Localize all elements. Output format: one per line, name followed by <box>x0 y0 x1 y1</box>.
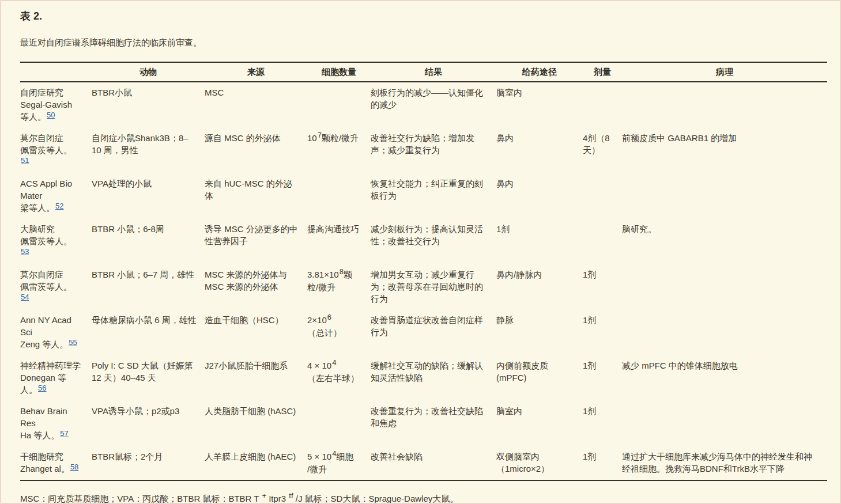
cell-study: 干细胞研究Zhanget al。58 <box>20 446 92 480</box>
cell-text: BTBR 小鼠；6-8周 <box>92 224 164 234</box>
cell-text: 颗粒/微升 <box>322 133 359 143</box>
superscript-text: 8 <box>339 267 344 276</box>
cell-text: 1剂 <box>583 315 596 325</box>
cell-text: 改善胃肠道症状改善自闭症样行为 <box>371 315 483 337</box>
cell-route: 静脉 <box>496 310 583 355</box>
cell-route: 内侧前额皮质 (mPFC) <box>496 355 583 401</box>
column-header-results: 结果 <box>371 62 496 82</box>
cell-pathology <box>622 264 827 310</box>
cell-text: 造血干细胞（HSC） <box>205 315 284 325</box>
cell-text: 静脉 <box>496 315 514 325</box>
cell-dose: 4剂（8天） <box>583 128 622 173</box>
cell-source: 源自 MSC 的外泌体 <box>205 128 307 173</box>
cell-count: 5 × 104细胞/微升 <box>307 446 371 480</box>
column-header-source: 来源 <box>205 62 307 82</box>
cell-text: 鼻内 <box>496 179 514 188</box>
cell-pathology: 前额皮质中 GABARB1 的增加 <box>622 128 827 173</box>
reference-link[interactable]: 53 <box>20 247 29 256</box>
cell-source: 来自 hUC-MSC 的外泌体 <box>205 173 307 219</box>
cell-text: BTBR鼠标；2个月 <box>92 452 163 461</box>
reference-link[interactable]: 52 <box>55 202 63 210</box>
cell-text: 刻板行为的减少——认知僵化的减少 <box>371 88 483 109</box>
cell-text: 来自 hUC-MSC 的外泌体 <box>205 179 292 200</box>
cell-text: 人类脂肪干细胞 (hASC) <box>205 406 296 416</box>
cell-text: ACS Appl BioMater梁等人。 <box>20 179 72 213</box>
cell-dose: 1剂 <box>583 264 622 310</box>
reference-link[interactable]: 55 <box>68 338 77 347</box>
cell-route: 脑室内 <box>496 401 583 446</box>
cell-route: 1剂 <box>496 219 583 264</box>
cell-animal: BTBR 小鼠；6-8周 <box>92 219 205 264</box>
cell-text: 大脑研究佩雷茨等人。 <box>20 224 72 246</box>
cell-count: 提高沟通技巧 <box>307 219 371 264</box>
cell-study: ACS Appl BioMater梁等人。52 <box>20 173 92 219</box>
cell-text: （左右半球） <box>307 373 359 383</box>
cell-count: 4 × 104（左右半球） <box>307 355 371 401</box>
footnote: MSC：间充质基质细胞；VPA：丙戊酸；BTBR 鼠标：BTBR T + Itp… <box>20 494 824 504</box>
cell-text: 1剂 <box>583 452 596 461</box>
cell-study: 大脑研究佩雷茨等人。53 <box>20 219 92 264</box>
column-header-empty <box>20 62 92 82</box>
cell-animal: VPA诱导小鼠；p2或p3 <box>92 401 205 446</box>
cell-animal: BTBR小鼠 <box>92 82 205 128</box>
cell-count <box>307 82 371 128</box>
cell-results: 改善社会缺陷 <box>371 446 496 480</box>
cell-text: 莫尔自闭症佩雷茨等人。 <box>20 270 72 291</box>
cell-pathology: 脑研究。 <box>622 219 827 264</box>
page-subtitle: 最近对自闭症谱系障碍细胞疗法的临床前审查。 <box>20 37 824 48</box>
table-row: Ann NY AcadSciZeng 等人。55母体糖尿病小鼠 6 周，雄性造血… <box>20 310 827 355</box>
cell-text: 4剂（8天） <box>583 133 610 155</box>
cell-text: 恢复社交能力；纠正重复的刻板行为 <box>371 179 483 200</box>
cell-dose <box>583 173 622 219</box>
cell-route: 双侧脑室内（1micro×2） <box>496 446 583 480</box>
reference-link[interactable]: 50 <box>46 111 55 119</box>
cell-text: 缓解社交互动的缺陷；缓解认知灵活性缺陷 <box>371 361 483 382</box>
cell-results: 改善重复行为；改善社交缺陷和焦虑 <box>371 401 496 446</box>
table-row: 神经精神药理学Donegan 等人。56Poly I: C SD 大鼠（妊娠第 … <box>20 355 827 401</box>
cell-count <box>307 401 371 446</box>
cell-source: MSC <box>205 82 307 128</box>
cell-pathology: 通过扩大干细胞库来减少海马体中的神经发生和神经祖细胞。挽救海马BDNF和TrkB… <box>622 446 827 480</box>
cell-text: 双侧脑室内（1micro×2） <box>496 452 549 473</box>
cell-text: 莫尔自闭症佩雷茨等人。 <box>20 133 72 155</box>
table-page: 表 2. 最近对自闭症谱系障碍细胞疗法的临床前审查。 动物来源细胞数量结果给药途… <box>0 0 841 504</box>
cell-pathology <box>622 82 827 128</box>
cell-text: 提高沟通技巧 <box>307 224 359 234</box>
cell-text: 改善社交行为缺陷；增加发声；减少重复行为 <box>371 133 474 155</box>
cell-dose: 1剂 <box>583 401 622 446</box>
cell-text: 1剂 <box>496 224 510 234</box>
cell-dose <box>583 82 622 128</box>
cell-route: 鼻内 <box>496 173 583 219</box>
cell-pathology: 减少 mPFC 中的锥体细胞放电 <box>622 355 827 401</box>
reference-link[interactable]: 51 <box>20 156 29 165</box>
cell-source: 造血干细胞（HSC） <box>205 310 307 355</box>
cell-results: 改善胃肠道症状改善自闭症样行为 <box>371 310 496 355</box>
cell-dose: 1剂 <box>583 355 622 401</box>
cell-text: 脑室内 <box>496 88 522 97</box>
column-header-dose: 剂量 <box>583 62 622 82</box>
table-row: 大脑研究佩雷茨等人。53BTBR 小鼠；6-8周诱导 MSC 分泌更多的中性营养… <box>20 219 827 264</box>
table-row: ACS Appl BioMater梁等人。52VPA处理的小鼠来自 hUC-MS… <box>20 173 827 219</box>
cell-text: BTBR小鼠 <box>92 88 132 97</box>
cell-results: 减少刻板行为；提高认知灵活性；改善社交行为 <box>371 219 496 264</box>
cell-text: VPA处理的小鼠 <box>92 179 152 188</box>
reference-link[interactable]: 58 <box>70 463 78 471</box>
cell-text: 改善社会缺陷 <box>371 452 423 461</box>
preclinical-review-table: 动物来源细胞数量结果给药途径剂量病理 自闭症研究Segal-Gavish等人。5… <box>20 62 827 481</box>
cell-text: 诱导 MSC 分泌更多的中性营养因子 <box>205 224 298 246</box>
reference-link[interactable]: 57 <box>59 429 68 438</box>
cell-count <box>307 173 371 219</box>
cell-pathology <box>622 310 827 355</box>
cell-text: 5 × 10 <box>307 452 331 461</box>
cell-route: 鼻内/静脉内 <box>496 264 583 310</box>
reference-link[interactable]: 54 <box>20 293 29 301</box>
cell-count: 2×106（总计） <box>307 310 371 355</box>
cell-text: 内侧前额皮质 (mPFC) <box>496 361 548 382</box>
table-row: 莫尔自闭症佩雷茨等人。54BTBR 小鼠；6–7 周，雄性MSC 来源的外泌体与… <box>20 264 827 310</box>
superscript-text: 4 <box>331 449 336 458</box>
cell-text: Poly I: C SD 大鼠（妊娠第 12 天）40–45 天 <box>92 361 193 382</box>
reference-link[interactable]: 56 <box>37 384 46 392</box>
cell-text: 人羊膜上皮细胞 (hAEC) <box>205 452 296 461</box>
cell-source: MSC 来源的外泌体与 MSC 来源的外泌体 <box>205 264 307 310</box>
cell-animal: BTBR鼠标；2个月 <box>92 446 205 480</box>
